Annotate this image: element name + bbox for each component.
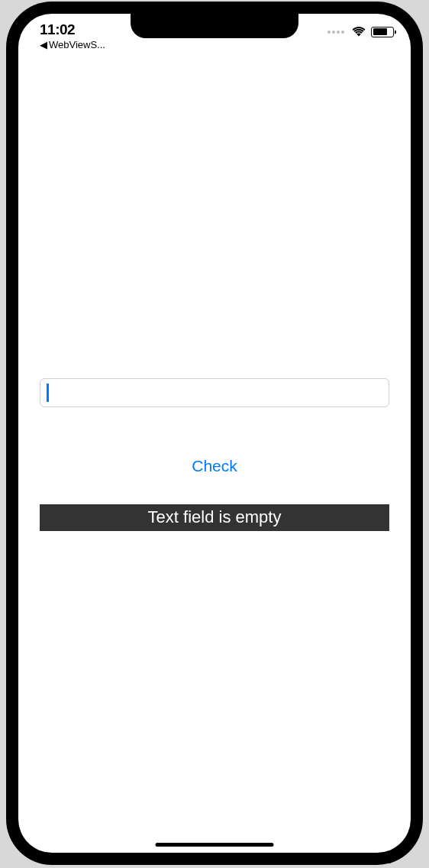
text-cursor: [47, 384, 49, 402]
cellular-dots-icon: [327, 31, 344, 34]
text-input[interactable]: [40, 378, 389, 407]
check-button[interactable]: Check: [18, 457, 411, 475]
status-time: 11:02: [40, 21, 75, 38]
back-app-label: WebViewS...: [49, 39, 105, 50]
back-arrow-icon: ◀: [40, 39, 47, 50]
content-area: Check Text field is empty: [18, 14, 411, 853]
notch: [131, 14, 298, 38]
battery-icon: [371, 27, 394, 37]
home-indicator[interactable]: [156, 843, 274, 847]
wifi-icon: [351, 26, 366, 37]
result-label: Text field is empty: [40, 504, 389, 531]
back-to-app-link[interactable]: ◀ WebViewS...: [40, 39, 105, 50]
device-frame: 11:02 ◀ WebViewS...: [6, 2, 423, 865]
screen: 11:02 ◀ WebViewS...: [18, 14, 411, 853]
